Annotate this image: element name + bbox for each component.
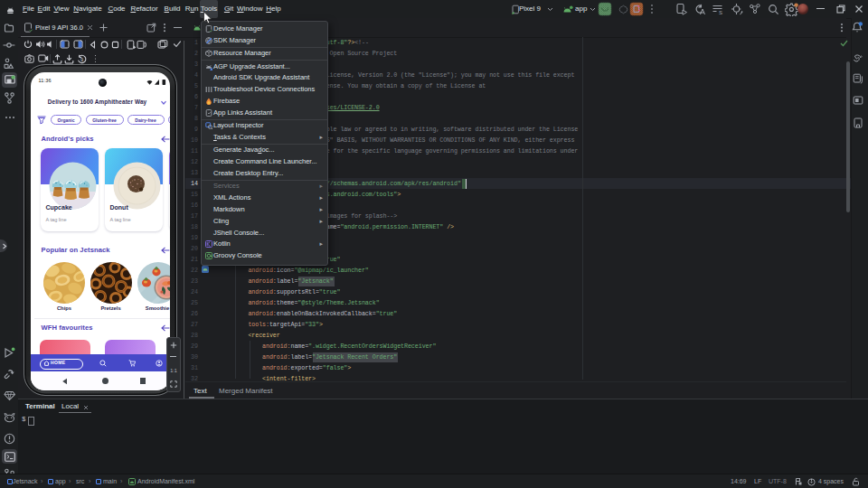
svg-text:S: S [719,10,722,15]
svg-text:9: 9 [80,57,83,62]
